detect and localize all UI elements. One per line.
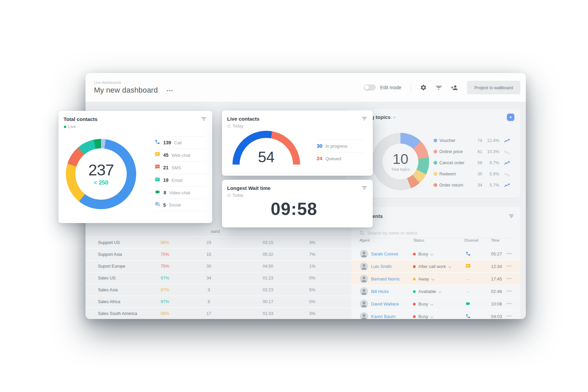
list-item[interactable]: Order return 34 5.7%: [433, 179, 513, 191]
table-row[interactable]: Sarah Connor Busy 05:27 •••: [351, 248, 520, 260]
more-icon[interactable]: •••: [506, 301, 512, 306]
gear-icon[interactable]: [420, 84, 427, 91]
avatar: [360, 275, 368, 283]
longest-wait-card: Longest Wait time Today 09:58: [222, 180, 373, 227]
more-icon[interactable]: •••: [506, 276, 512, 281]
table-row[interactable]: Sales Africa 97% 8 00:17 0%: [85, 296, 359, 308]
table-row[interactable]: Support Asia 70% 15 05:32 7%: [85, 248, 359, 260]
more-icon[interactable]: •••: [506, 264, 512, 269]
agent-name-link[interactable]: Luis Smith: [371, 264, 392, 269]
topic-pct: 12.4%: [486, 138, 499, 143]
table-row[interactable]: Sales US 97% 34 01:23 0%: [85, 272, 359, 284]
agents-filter-icon[interactable]: [509, 215, 514, 218]
agent-name-link[interactable]: David Wallace: [371, 301, 399, 307]
list-item[interactable]: 8 Video-chat: [155, 186, 205, 199]
queue-count: 15: [199, 252, 219, 257]
search-input[interactable]: [367, 230, 469, 236]
list-item[interactable]: Online price 61 10.3%: [433, 146, 513, 157]
queue-time: 01:23: [256, 276, 280, 280]
table-row[interactable]: Support US 86% 23 03:15 3%: [85, 237, 359, 248]
more-icon[interactable]: •••: [506, 289, 512, 294]
filter-icon[interactable]: [436, 86, 442, 90]
call-icon: [155, 139, 160, 146]
card-filter-icon[interactable]: [201, 117, 206, 121]
ai-sparkle-icon[interactable]: [507, 114, 514, 121]
list-item[interactable]: Voucher 74 12.4%: [433, 135, 513, 146]
table-row[interactable]: Karen Baum Busy 04:03 •••: [351, 310, 520, 319]
agent-status[interactable]: Busy: [418, 251, 433, 256]
total-contacts-target: < 250: [94, 179, 108, 186]
table-row[interactable]: Sales South America 86% 17 01:33 3%: [85, 308, 359, 319]
queue-pct: 5%: [302, 288, 323, 292]
more-icon[interactable]: •••: [506, 314, 512, 319]
queue-pct: 0%: [302, 276, 323, 280]
agent-name-link[interactable]: Karen Baum: [371, 314, 395, 319]
chevron-down-icon: [431, 302, 433, 305]
card-filter-icon[interactable]: [362, 186, 367, 190]
trend-down-icon: [504, 149, 510, 155]
chevron-down-icon: [431, 315, 433, 318]
table-row[interactable]: David Wallace Busy 10:08 •••: [351, 298, 520, 310]
topic-count: 74: [470, 138, 482, 143]
agent-name-link[interactable]: Bill Hicks: [371, 289, 389, 294]
legend-label: Social: [169, 202, 181, 207]
list-item[interactable]: Redeem 35 5.9%: [433, 168, 513, 179]
sort-icon: [361, 239, 363, 242]
queue-sla: 86%: [155, 311, 175, 316]
chat-channel-icon: [464, 264, 472, 270]
table-row[interactable]: Suport Europe 75% 30 04:50 1%: [85, 260, 359, 272]
topic-dot: [434, 172, 437, 176]
more-icon[interactable]: •••: [506, 251, 512, 256]
sms-icon: [155, 164, 160, 171]
status-dot: [413, 303, 416, 305]
status-dot: [413, 253, 416, 255]
edit-mode-toggle[interactable]: [364, 84, 376, 91]
search-icon: [360, 231, 364, 236]
queue-count: 17: [199, 311, 219, 316]
table-row[interactable]: Bill Hicks Available – 02:46 •••: [351, 285, 520, 298]
project-to-wallboard-button[interactable]: Project to wallboard: [467, 81, 520, 94]
topic-name: Redeem: [439, 171, 456, 176]
queue-sla: 86%: [155, 240, 175, 245]
agent-name-link[interactable]: Bernard Norris: [371, 276, 400, 281]
avatar: [360, 262, 368, 270]
list-item[interactable]: 19 Email: [155, 174, 205, 186]
breadcrumb[interactable]: Live dashboards: [94, 80, 121, 84]
card-filter-icon[interactable]: [362, 117, 367, 120]
agent-status[interactable]: After call work: [418, 264, 451, 269]
sort-icon: [415, 239, 417, 242]
legend-value: 139: [163, 140, 171, 145]
queue-name: Sales Africa: [98, 299, 120, 304]
stat-label: In progress: [325, 144, 347, 149]
topic-pct: 5.7%: [486, 183, 499, 188]
queue-time: 05:32: [256, 252, 280, 257]
agent-status[interactable]: Away: [418, 276, 434, 281]
list-item[interactable]: 45 Web-chat: [155, 149, 205, 161]
no-channel: –: [464, 276, 472, 282]
live-label: Live: [68, 124, 76, 129]
queue-pct: 3%: [302, 240, 323, 245]
legend-value: 8: [164, 190, 166, 195]
trending-donut-center: 10 Total topics: [383, 144, 418, 179]
queue-sla: 97%: [155, 276, 175, 280]
list-item[interactable]: 5 Social: [155, 199, 205, 211]
list-item[interactable]: 21 SMS: [155, 161, 205, 174]
total-contacts-center: 237 < 250: [75, 148, 127, 200]
table-row[interactable]: Sales Asia 87% 3 02:23 5%: [85, 284, 359, 296]
legend-label: Video-chat: [169, 190, 190, 195]
agent-name-link[interactable]: Sarah Connor: [371, 251, 398, 256]
chevron-down-icon: [448, 265, 451, 268]
avatar: [360, 312, 368, 319]
add-user-icon[interactable]: [451, 84, 458, 91]
live-contacts-title: Live contacts: [227, 116, 260, 122]
agent-status[interactable]: Busy: [418, 301, 433, 307]
list-item[interactable]: 139 Call: [155, 136, 205, 149]
agent-status[interactable]: Available: [418, 289, 441, 294]
title-more-icon[interactable]: •••: [167, 88, 173, 93]
topic-dot: [434, 183, 437, 187]
queue-name: Support US: [98, 240, 120, 245]
list-item[interactable]: Cancel order 58 9.7%: [433, 157, 513, 168]
agent-status[interactable]: Busy: [418, 314, 433, 319]
table-row[interactable]: Luis Smith After call work 12:34 •••: [351, 260, 520, 273]
table-row[interactable]: Bernard Norris Away – 17:45 •••: [351, 273, 520, 285]
